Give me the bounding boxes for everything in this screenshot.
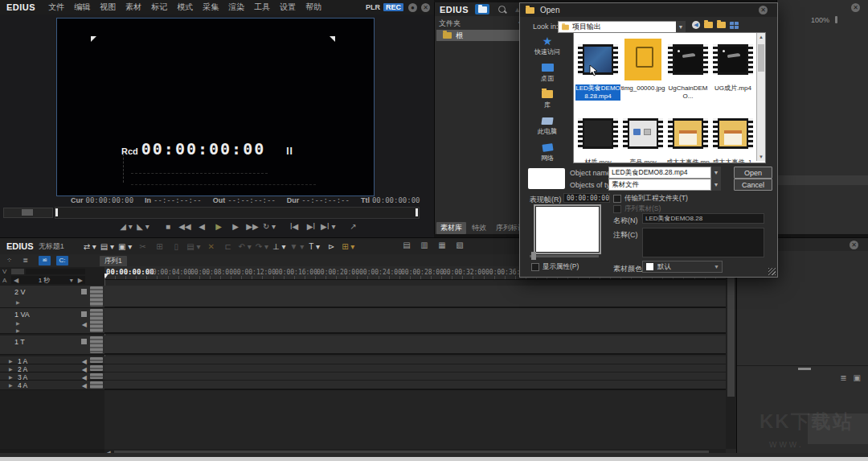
transport-button[interactable]: ▶Ⅰ ▾ (321, 220, 335, 233)
menu-item[interactable]: 模式 (177, 2, 193, 11)
track-header-4a[interactable]: ▶ 4 A ◀ (0, 381, 104, 390)
expand-icon[interactable]: ▶ (9, 358, 13, 364)
file-item[interactable]: LED美食DEMO8.28.mp4 (575, 36, 620, 110)
scale-right-icon[interactable]: ▶ (76, 277, 85, 284)
timeline-lanes[interactable] (104, 279, 726, 449)
scroll-down-icon[interactable]: ▼ (757, 153, 765, 161)
object-name-input[interactable]: LED美食DEMO8.28.mp4 (608, 167, 711, 179)
track-header-1a[interactable]: ▶ 1 A ◀ (0, 356, 104, 364)
transport-button[interactable]: ◀◀ (178, 220, 192, 233)
insert-overwrite-mode-icon[interactable]: ≌ (39, 256, 51, 265)
menu-item[interactable]: 帮助 (305, 2, 321, 11)
search-icon[interactable] (494, 4, 509, 14)
lane-1t[interactable] (104, 335, 726, 355)
transport-button[interactable]: ◢ ▾ (119, 220, 133, 233)
track-header-2a[interactable]: ▶ 2 A ◀ (0, 364, 104, 373)
clip-mode-icon[interactable]: C: (56, 256, 68, 265)
expand-icon[interactable]: ▶ (16, 320, 20, 326)
poster-slider[interactable] (530, 255, 599, 257)
transport-button[interactable]: Ⅰ◀ (287, 220, 301, 233)
file-item[interactable]: UgChainDEMO... (665, 36, 710, 110)
transport-button[interactable]: ▶ (211, 220, 226, 233)
close-icon[interactable]: ✕ (759, 6, 768, 14)
menu-item[interactable]: 工具 (254, 2, 270, 11)
menu-item[interactable]: 采集 (203, 2, 219, 11)
track-patch-handle[interactable] (90, 373, 103, 379)
track-header-3a[interactable]: ▶ 3 A ◀ (0, 373, 104, 381)
objects-type-caret-icon[interactable]: ▼ (711, 179, 721, 191)
bin-tab[interactable]: 素材库 (436, 222, 466, 234)
expand-icon[interactable]: ▶ (9, 366, 13, 372)
toolbar-button[interactable]: ⊞ (153, 242, 166, 251)
ripple-mode-icon[interactable]: ≣ (19, 256, 31, 265)
expand-icon[interactable]: ▶ (9, 382, 13, 388)
transport-button[interactable]: ◀ (194, 220, 209, 233)
transport-button[interactable]: ■ (161, 220, 175, 233)
show-properties-checkbox[interactable]: 显示属性(P) (531, 262, 579, 272)
file-item[interactable]: 成大大事件.mp4 (665, 110, 710, 163)
close-icon[interactable]: ✕ (421, 3, 430, 12)
toolbar-button[interactable]: ⊳ (325, 242, 338, 251)
toolbar-button[interactable]: ▤ ▾ (186, 242, 200, 251)
lane-3a[interactable] (104, 373, 726, 381)
track-visible-icon[interactable] (81, 311, 87, 317)
file-item[interactable]: timg_00000.jpg (620, 36, 665, 110)
track-visible-icon[interactable] (81, 289, 87, 294)
toolbar-button[interactable]: ⊥ ▾ (272, 242, 286, 251)
file-list[interactable]: LED美食DEMO8.28.mp4 timg_00000.jpg UgChain… (573, 32, 766, 163)
timescale-combo[interactable]: ◀ 1 秒 ▾ ▶ (11, 276, 85, 284)
view-menu-icon[interactable] (730, 22, 739, 29)
transport-button[interactable]: ↗ (346, 220, 360, 233)
toolbar-button[interactable]: ⊞ ▾ (342, 242, 354, 251)
lane-1va[interactable] (104, 308, 726, 334)
track-patch-handle[interactable] (90, 357, 103, 363)
toolbar-button[interactable]: ⇄ ▾ (84, 242, 96, 251)
bin-tab[interactable]: 特效 (468, 222, 490, 234)
track-visible-icon[interactable] (81, 339, 87, 344)
look-in-caret-icon[interactable]: ▼ (676, 21, 686, 33)
transport-button[interactable]: ↻ ▾ (262, 220, 276, 233)
toolbar-button[interactable]: ↷ ▾ (256, 242, 268, 251)
transport-button[interactable]: ▶▶ (245, 220, 260, 233)
dialog-title-bar[interactable]: Open ✕ (520, 3, 777, 17)
track-patch-handle[interactable] (90, 381, 103, 389)
scroll-up-icon[interactable]: ▲ (757, 33, 765, 41)
toolbar-button[interactable]: ▼ ▾ (289, 242, 304, 251)
file-item[interactable]: 成大大事件_1.mp4 (710, 110, 755, 163)
source-channel-v-row[interactable]: V (0, 267, 104, 276)
places-item[interactable]: ★ 快速访问 (534, 35, 560, 56)
track-header-2v[interactable]: 2 V ▶ (0, 286, 104, 308)
object-name-caret-icon[interactable]: ▼ (711, 167, 721, 179)
new-folder-icon[interactable] (717, 22, 726, 28)
back-icon[interactable]: ◀ (692, 21, 700, 29)
places-item[interactable]: 网络 (540, 142, 555, 163)
rec-mode-button[interactable]: REC (383, 3, 403, 11)
toolbar-button[interactable]: ↶ ▾ (239, 242, 252, 251)
expand-icon[interactable]: ▶ (16, 299, 20, 305)
file-item[interactable]: 产品.mov (620, 110, 665, 163)
minimize-icon[interactable]: ● (408, 3, 417, 12)
open-button[interactable]: Open (734, 167, 772, 179)
file-item[interactable]: 材质.mov (575, 110, 620, 163)
lane-2v[interactable] (104, 286, 726, 308)
bin-root-folder[interactable]: 根 (436, 30, 522, 41)
view-toggle-icon[interactable]: ▥ (418, 241, 431, 249)
close-icon[interactable]: ✕ (850, 241, 858, 249)
lane-4a[interactable] (104, 381, 726, 390)
track-patch-handle[interactable] (90, 286, 103, 307)
scale-caret-icon[interactable]: ▾ (68, 277, 76, 284)
position-bar[interactable] (55, 207, 420, 219)
track-header-1va[interactable]: 1 VA ▶ ▶ ◀ (0, 308, 104, 334)
toolbar-button[interactable]: ✕ (205, 242, 218, 251)
lane-2a[interactable] (104, 364, 726, 373)
menu-item[interactable]: 文件 (48, 2, 64, 11)
transport-button[interactable]: ◣ ▾ (136, 220, 150, 233)
toolbar-button[interactable]: T ▾ (308, 242, 321, 251)
bin-folder-view-icon[interactable] (475, 4, 489, 14)
expand-icon[interactable]: ▶ (16, 327, 20, 333)
timeline-vertical-scrollbar[interactable] (726, 266, 736, 449)
transport-button[interactable]: ▶Ⅰ (304, 220, 318, 233)
transport-button[interactable]: ▶ (228, 220, 243, 233)
track-patch-handle[interactable] (90, 365, 103, 371)
scroll-thumb[interactable] (758, 44, 764, 72)
